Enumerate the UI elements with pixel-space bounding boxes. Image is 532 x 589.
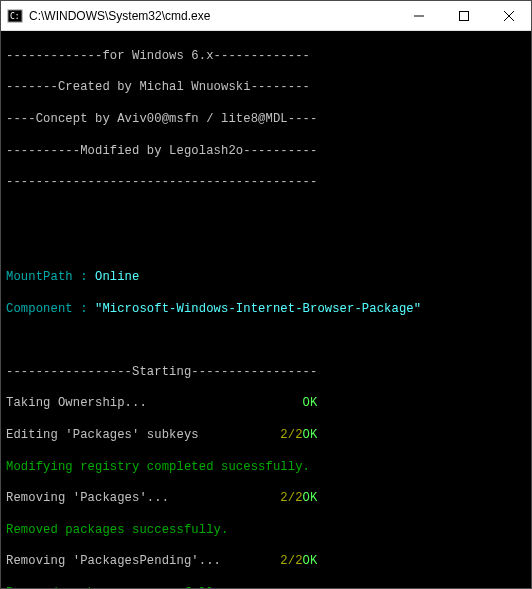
svg-text:C:: C: [10, 12, 20, 21]
component-label: Component : [6, 302, 95, 316]
blank-line [6, 333, 526, 349]
component-value: "Microsoft-Windows-Internet-Browser-Pack… [95, 302, 421, 316]
edit-packages-line: Editing 'Packages' subkeys 2/2OK [6, 428, 526, 444]
window-title: C:\WINDOWS\System32\cmd.exe [29, 9, 396, 23]
mountpath-label: MountPath : [6, 270, 95, 284]
progress-ratio: 2/2 [280, 491, 302, 505]
modify-registry-success: Modifying registry completed sucessfully… [6, 460, 526, 476]
blank-line [6, 238, 526, 254]
maximize-icon [459, 11, 469, 21]
progress-ratio: 2/2 [280, 428, 302, 442]
status-ok: OK [303, 428, 318, 442]
maximize-button[interactable] [441, 1, 486, 30]
remove-pending-line: Removing 'PackagesPending'... 2/2OK [6, 554, 526, 570]
banner-line: -------------for Windows 6.x------------… [6, 49, 526, 65]
status-ok: OK [303, 396, 318, 410]
mountpath-value: Online [95, 270, 139, 284]
blank-line [6, 207, 526, 223]
minimize-button[interactable] [396, 1, 441, 30]
edit-packages-text: Editing 'Packages' subkeys [6, 428, 280, 442]
remove-packages-line: Removing 'Packages'... 2/2OK [6, 491, 526, 507]
svg-rect-3 [459, 11, 468, 20]
starting-divider: -----------------Starting---------------… [6, 365, 526, 381]
banner-line: ----------------------------------------… [6, 175, 526, 191]
close-button[interactable] [486, 1, 531, 30]
take-ownership-text: Taking Ownership... [6, 396, 303, 410]
titlebar[interactable]: C: C:\WINDOWS\System32\cmd.exe [1, 1, 531, 31]
component-line: Component : "Microsoft-Windows-Internet-… [6, 302, 526, 318]
removed-success: Removed packages successfully. [6, 523, 526, 539]
banner-line: ----Concept by Aviv00@msfn / lite8@MDL--… [6, 112, 526, 128]
cmd-window: C: C:\WINDOWS\System32\cmd.exe ---------… [0, 0, 532, 589]
take-ownership-line: Taking Ownership... OK [6, 396, 526, 412]
mountpath-line: MountPath : Online [6, 270, 526, 286]
banner-line: ----------Modified by Legolash2o--------… [6, 144, 526, 160]
remove-packages-text: Removing 'Packages'... [6, 491, 280, 505]
cmd-icon: C: [7, 8, 23, 24]
removed-success: Removed packages successfully. [6, 586, 526, 588]
minimize-icon [414, 11, 424, 21]
titlebar-buttons [396, 1, 531, 30]
terminal-output[interactable]: -------------for Windows 6.x------------… [1, 31, 531, 588]
status-ok: OK [303, 491, 318, 505]
banner-line: -------Created by Michal Wnuowski-------… [6, 80, 526, 96]
close-icon [504, 11, 514, 21]
remove-pending-text: Removing 'PackagesPending'... [6, 554, 280, 568]
status-ok: OK [303, 554, 318, 568]
progress-ratio: 2/2 [280, 554, 302, 568]
